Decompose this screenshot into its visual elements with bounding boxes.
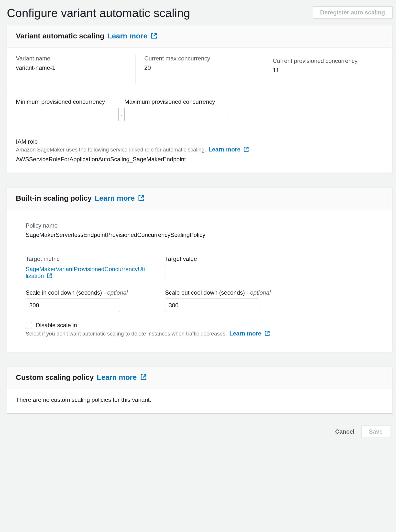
external-link-icon — [151, 33, 157, 39]
min-provisioned-concurrency-input[interactable] — [16, 108, 119, 121]
custom-learn-more-link[interactable]: Learn more — [97, 373, 147, 381]
current-max-concurrency-label: Current max concurrency — [144, 55, 255, 62]
learn-more-label: Learn more — [229, 330, 261, 337]
deregister-auto-scaling-button[interactable]: Deregister auto scaling — [313, 6, 393, 19]
target-metric-link[interactable]: SageMakerVariantProvisionedConcurrencyUt… — [26, 266, 145, 279]
custom-scaling-panel: Custom scaling policy Learn more There a… — [7, 367, 393, 413]
save-button[interactable]: Save — [361, 426, 390, 438]
learn-more-label: Learn more — [107, 32, 147, 40]
policy-name-label: Policy name — [26, 222, 374, 229]
disable-scale-in-checkbox[interactable] — [26, 322, 32, 328]
builtin-scaling-title: Built-in scaling policy — [16, 194, 92, 202]
iam-role-value: AWSServiceRoleForApplicationAutoScaling_… — [16, 156, 384, 163]
optional-text: - optional — [247, 289, 271, 296]
scale-in-cooldown-label: Scale in cool down (seconds) - optional — [26, 289, 145, 296]
external-link-icon — [243, 147, 249, 152]
learn-more-label: Learn more — [97, 373, 137, 381]
min-provisioned-concurrency-label: Minimum provisioned concurrency — [16, 98, 119, 105]
scale-out-label-text: Scale out cool down (seconds) — [165, 289, 245, 296]
iam-role-title: IAM role — [16, 138, 384, 145]
variant-name-label: Variant name — [16, 55, 127, 62]
target-metric-label: Target metric — [26, 255, 145, 262]
builtin-scaling-panel: Built-in scaling policy Learn more Polic… — [7, 187, 393, 352]
target-value-input[interactable] — [165, 265, 259, 278]
variant-name-value: variant-name-1 — [16, 64, 127, 71]
target-value-label: Target value — [165, 255, 285, 262]
target-metric-value: SageMakerVariantProvisionedConcurrencyUt… — [26, 266, 145, 279]
iam-learn-more-link[interactable]: Learn more — [209, 146, 249, 153]
builtin-learn-more-link[interactable]: Learn more — [95, 194, 145, 202]
scale-out-cooldown-input[interactable] — [165, 299, 259, 312]
current-max-concurrency-value: 20 — [144, 64, 255, 71]
optional-text: - optional — [104, 289, 128, 296]
external-link-icon — [140, 374, 147, 380]
learn-more-label: Learn more — [209, 146, 241, 153]
iam-role-desc: Amazon SageMaker uses the following serv… — [16, 147, 206, 153]
variant-scaling-panel: Variant automatic scaling Learn more Var… — [7, 25, 393, 173]
scale-out-cooldown-label: Scale out cool down (seconds) - optional — [165, 289, 285, 296]
variant-scaling-learn-more-link[interactable]: Learn more — [107, 32, 157, 40]
page-title: Configure variant automatic scaling — [7, 6, 190, 20]
external-link-icon — [47, 273, 52, 278]
no-custom-policies-text: There are no custom scaling policies for… — [16, 396, 384, 403]
scale-in-cooldown-input[interactable] — [26, 299, 120, 312]
disable-scale-in-learn-more-link[interactable]: Learn more — [229, 330, 270, 337]
current-provisioned-concurrency-value: 11 — [273, 67, 384, 74]
disable-scale-in-label: Disable scale in — [36, 322, 77, 329]
learn-more-label: Learn more — [95, 194, 135, 202]
max-provisioned-concurrency-label: Maximum provisioned concurrency — [124, 98, 227, 105]
cancel-button[interactable]: Cancel — [335, 428, 354, 435]
custom-scaling-title: Custom scaling policy — [16, 373, 94, 381]
external-link-icon — [264, 331, 270, 336]
variant-scaling-title: Variant automatic scaling — [16, 32, 104, 40]
policy-name-value: SageMakerServerlessEndpointProvisionedCo… — [26, 231, 374, 238]
range-dash: - — [119, 112, 124, 121]
disable-scale-in-help: Select if you don't want automatic scali… — [26, 331, 227, 337]
external-link-icon — [138, 195, 144, 201]
max-provisioned-concurrency-input[interactable] — [124, 108, 227, 121]
current-provisioned-concurrency-label: Current provisioned concurrency — [273, 58, 384, 64]
scale-in-label-text: Scale in cool down (seconds) — [26, 289, 102, 296]
